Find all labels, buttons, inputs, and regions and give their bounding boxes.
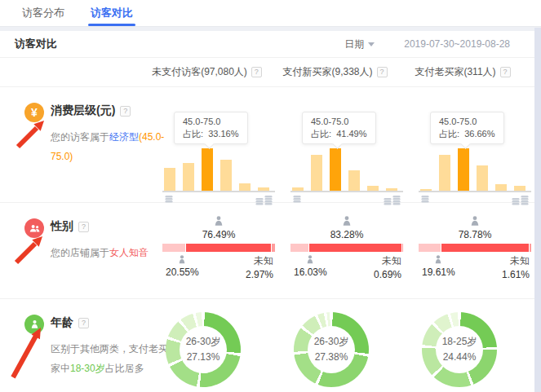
gender-stacked-bar xyxy=(419,244,531,252)
male-percentage: 16.03% xyxy=(294,266,327,278)
unknown-percentage: 0.69% xyxy=(374,268,401,282)
row-gender: 性别 ? 您的店铺属于女人知音 76.49% xyxy=(0,203,534,299)
column-headers: 未支付访客(97,080人) ? 支付新买家(9,338人) ? 支付老买家(3… xyxy=(0,58,534,87)
bar xyxy=(514,186,525,191)
bar xyxy=(386,188,397,191)
row-age: 年龄 ? 区别于其他两类，支付老买家中18-30岁占比居多 26-30岁 27.… xyxy=(0,299,534,390)
consumption-label-block: ¥ 消费层级(元) ? 您的访客属于经济型(45.0-75.0) xyxy=(0,87,151,206)
date-range-value[interactable]: 2019-07-30~2019-08-28 xyxy=(404,38,510,50)
yen-icon: ¥ xyxy=(24,103,44,122)
age-label-block: 年龄 ? 区别于其他两类，支付老买家中18-30岁占比居多 xyxy=(0,299,151,390)
bar-chart xyxy=(419,150,531,192)
gender-stacked-bar xyxy=(162,244,275,252)
bar xyxy=(330,148,341,191)
donut-center-label: 26-30岁 27.13% xyxy=(180,326,227,373)
bar xyxy=(348,170,360,191)
gender-chart-old-buyers[interactable]: 78.78% 19.61% 未知 1.61% xyxy=(407,203,534,298)
page-background-strip xyxy=(534,28,541,392)
gender-type-link: 女人知音 xyxy=(109,247,149,258)
age-range-link: 18-30岁 xyxy=(70,363,105,374)
age-chart-old-buyers[interactable]: 18-25岁 24.44% xyxy=(407,299,534,390)
donut-chart: 26-30岁 27.13% xyxy=(166,312,241,387)
male-segment xyxy=(162,244,185,252)
row-title-gender: 性别 xyxy=(51,219,73,234)
female-percentage: 78.78% xyxy=(459,229,492,240)
unknown-segment xyxy=(272,244,275,252)
date-dropdown[interactable]: 日期 xyxy=(344,37,375,51)
female-segment xyxy=(309,244,401,252)
bar-chart xyxy=(290,150,403,192)
female-segment xyxy=(441,244,529,252)
age-description: 区别于其他两类，支付老买家中18-30岁占比居多 xyxy=(51,339,173,378)
male-percentage: 20.55% xyxy=(166,266,199,278)
card-header: 访客对比 日期 2019-07-30~2019-08-28 xyxy=(0,31,534,58)
chart-tooltip: 45.0-75.0 占比: 36.66% xyxy=(430,112,504,144)
unknown-segment xyxy=(402,244,403,252)
bar-chart xyxy=(162,150,275,192)
bar xyxy=(439,155,450,191)
tab-bar: 访客分布 访客对比 xyxy=(0,0,541,27)
bar xyxy=(183,163,194,191)
gender-label-block: 性别 ? 您的店铺属于女人知音 xyxy=(0,203,151,298)
tab-visitor-distribution[interactable]: 访客分布 xyxy=(22,0,64,26)
card-title: 访客对比 xyxy=(15,37,57,51)
gender-stacked-bar xyxy=(290,244,403,252)
help-icon[interactable]: ? xyxy=(78,318,89,328)
female-percentage: 83.28% xyxy=(330,229,364,240)
tab-visitor-compare[interactable]: 访客对比 xyxy=(91,0,133,26)
unknown-percentage: 1.61% xyxy=(502,268,530,282)
age-chart-new-buyers[interactable]: 26-30岁 27.38% xyxy=(279,299,407,390)
help-icon[interactable]: ? xyxy=(500,67,511,77)
donut-center-label: 26-30岁 27.38% xyxy=(308,326,355,373)
help-icon[interactable]: ? xyxy=(120,106,131,117)
bar xyxy=(367,186,379,191)
female-icon xyxy=(212,215,225,228)
bar xyxy=(311,155,322,191)
unknown-segment xyxy=(530,244,531,252)
row-title-consumption: 消费层级(元) xyxy=(51,104,115,118)
consumption-type-link: 经济型 xyxy=(109,131,139,143)
consumption-chart-old-buyers[interactable]: 45.0-75.0 占比: 36.66% xyxy=(407,87,534,206)
row-consumption-level: ¥ 消费层级(元) ? 您的访客属于经济型(45.0-75.0) 45.0-75… xyxy=(0,87,534,203)
gender-chart-new-buyers[interactable]: 83.28% 16.03% 未知 0.69% xyxy=(279,203,407,298)
bar xyxy=(239,183,251,191)
chevron-down-icon xyxy=(368,42,375,46)
donut-center-label: 18-25岁 24.44% xyxy=(436,326,483,373)
bar xyxy=(258,187,269,191)
bar xyxy=(495,184,507,191)
consumption-description: 您的访客属于经济型(45.0-75.0) xyxy=(51,127,171,166)
male-icon xyxy=(432,254,444,266)
help-icon[interactable]: ? xyxy=(251,67,262,77)
unknown-label: 未知 xyxy=(374,254,401,268)
male-percentage: 19.61% xyxy=(422,266,455,278)
date-dropdown-label: 日期 xyxy=(344,37,364,51)
female-segment xyxy=(186,244,271,252)
unknown-label: 未知 xyxy=(502,254,530,268)
gender-description: 您的店铺属于女人知音 xyxy=(51,243,144,262)
bar xyxy=(420,189,432,191)
bar xyxy=(458,148,469,191)
bar xyxy=(477,165,488,191)
person-icon xyxy=(24,315,44,334)
column-header-old-buyers: 支付老买家(311人) ? xyxy=(407,65,534,79)
bar xyxy=(220,160,232,191)
female-icon xyxy=(468,215,481,228)
gender-chart-unpaid[interactable]: 76.49% 20.55% 未知 2.97% xyxy=(151,203,279,298)
chart-tooltip: 45.0-75.0 占比: 41.49% xyxy=(302,112,376,144)
help-icon[interactable]: ? xyxy=(78,222,89,232)
visitor-compare-card: 访客对比 日期 2019-07-30~2019-08-28 未支付访客(97,0… xyxy=(0,31,534,392)
unknown-label: 未知 xyxy=(246,254,273,268)
bar xyxy=(202,148,213,191)
row-title-age: 年龄 xyxy=(51,315,73,330)
bar xyxy=(292,187,304,191)
people-icon xyxy=(24,218,44,238)
help-icon[interactable]: ? xyxy=(377,67,388,77)
female-percentage: 76.49% xyxy=(202,229,236,240)
consumption-chart-new-buyers[interactable]: 45.0-75.0 占比: 41.49% xyxy=(279,87,407,206)
male-segment xyxy=(419,244,441,252)
male-icon xyxy=(176,254,188,266)
unknown-percentage: 2.97% xyxy=(246,268,273,282)
column-header-unpaid: 未支付访客(97,080人) ? xyxy=(151,65,279,79)
donut-chart: 18-25岁 24.44% xyxy=(422,312,497,387)
female-icon xyxy=(340,215,353,228)
